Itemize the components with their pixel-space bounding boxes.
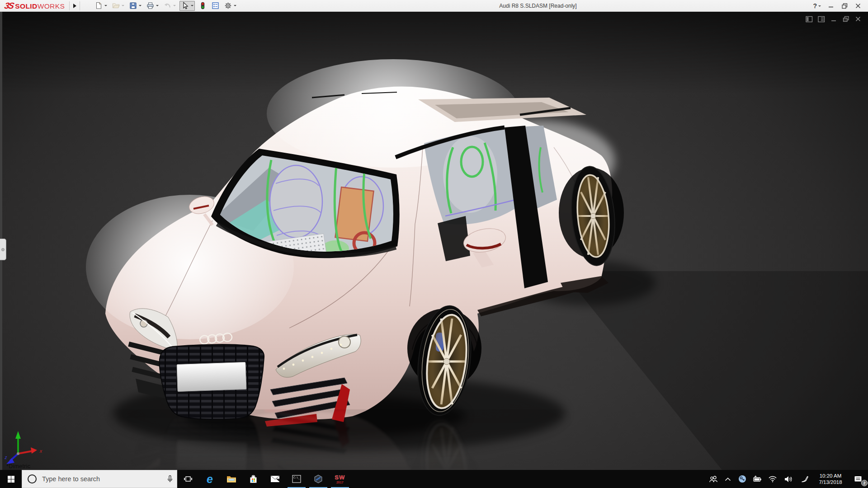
file-properties-group [210, 1, 220, 11]
standard-toolbar [94, 0, 240, 12]
taskbar-icon-solidworks-2017[interactable]: SW 2017 [329, 470, 351, 488]
file-properties-button[interactable] [210, 1, 220, 11]
start-button[interactable] [0, 470, 22, 488]
minimize-icon [828, 3, 834, 9]
open-folder-icon [112, 2, 120, 9]
edrawings-hexagon-icon [314, 474, 323, 483]
new-document-group [94, 1, 108, 11]
select-cursor-icon [181, 2, 189, 9]
feature-manager-collapsed-tab[interactable] [0, 239, 6, 260]
new-document-icon [95, 2, 103, 9]
doc-restore-button[interactable] [841, 15, 850, 23]
save-group [128, 1, 142, 11]
3d-viewport-canvas[interactable] [0, 12, 868, 470]
traffic-light-icon [199, 2, 207, 9]
options-dropdown[interactable] [233, 1, 237, 11]
new-document-dropdown[interactable] [104, 1, 108, 11]
close-icon [855, 16, 861, 22]
task-view-icon [184, 475, 193, 483]
minimize-button[interactable] [825, 0, 837, 12]
print-button[interactable] [145, 1, 155, 11]
3d-viewport[interactable]: x z *Dimetric [0, 12, 868, 470]
close-button[interactable] [852, 0, 864, 12]
power-status-button[interactable] [750, 470, 765, 488]
speaker-icon [784, 475, 793, 483]
pane-left-icon [806, 16, 813, 23]
save-button[interactable] [128, 1, 138, 11]
taskbar-search[interactable] [22, 470, 177, 488]
cortana-icon [28, 474, 37, 483]
options-group [223, 1, 237, 11]
titlebar: 3S SOLID WORKS [0, 0, 868, 12]
taskbar-icon-file-explorer[interactable] [221, 470, 242, 488]
microphone-icon[interactable] [163, 475, 177, 483]
windows-logo-icon [7, 475, 15, 483]
triad-x-label: x [39, 448, 42, 454]
doc-close-button[interactable] [854, 15, 863, 23]
windows-ink-button[interactable] [797, 470, 813, 488]
open-button[interactable] [111, 1, 121, 11]
document-window-controls [805, 15, 863, 23]
pane-right-icon [818, 16, 825, 23]
open-group [111, 1, 125, 11]
help-button[interactable]: ? [810, 0, 824, 12]
gear-icon [224, 2, 232, 9]
people-button[interactable] [705, 470, 721, 488]
restore-icon [843, 16, 849, 22]
properties-list-icon [212, 2, 219, 9]
save-dropdown[interactable] [138, 1, 142, 11]
select-tool-button[interactable] [180, 1, 190, 11]
mail-icon [270, 475, 280, 483]
minimize-icon [830, 16, 837, 22]
solidworks-logo: 3S SOLID WORKS [0, 1, 68, 11]
taskbar-icon-store[interactable] [242, 470, 264, 488]
taskbar-icon-command-prompt[interactable]: C:\_ [286, 470, 307, 488]
action-center-button[interactable]: 2 [848, 470, 868, 488]
undo-group [162, 1, 177, 11]
new-document-button[interactable] [94, 1, 104, 11]
display-pane-button[interactable] [817, 15, 826, 23]
open-dropdown[interactable] [121, 1, 125, 11]
undo-dropdown[interactable] [172, 1, 177, 11]
wifi-icon [768, 475, 777, 483]
feature-pane-button[interactable] [805, 15, 814, 23]
select-dropdown[interactable] [190, 1, 194, 11]
search-input[interactable] [41, 475, 163, 483]
taskbar-clock[interactable]: 10:20 AM 7/13/2018 [813, 470, 848, 488]
task-view-button[interactable] [177, 470, 199, 488]
windows-taskbar: e C:\_ [0, 470, 868, 488]
pen-icon [801, 475, 809, 483]
options-button[interactable] [223, 1, 233, 11]
separator [69, 1, 70, 10]
edge-icon: e [207, 474, 213, 485]
separator [80, 1, 80, 10]
close-icon [855, 3, 861, 9]
doc-minimize-button[interactable] [829, 15, 838, 23]
file-explorer-icon [226, 475, 236, 483]
tray-overflow-button[interactable] [721, 470, 735, 488]
orientation-triad: x z [4, 427, 47, 468]
undo-button[interactable] [162, 1, 172, 11]
select-group [179, 1, 195, 11]
rebuild-button[interactable] [198, 1, 208, 11]
print-dropdown[interactable] [155, 1, 160, 11]
tab-dot-icon [1, 248, 5, 251]
dassault-glyph: 3S [4, 1, 14, 11]
view-orientation-label: *Dimetric [6, 463, 30, 469]
taskbar-icon-edge[interactable]: e [199, 470, 221, 488]
people-icon [709, 475, 717, 483]
print-group [145, 1, 160, 11]
battery-icon [753, 475, 762, 483]
key-app-button[interactable] [735, 470, 750, 488]
window-controls: ? [810, 0, 864, 12]
system-tray: 10:20 AM 7/13/2018 2 [705, 470, 868, 488]
toolbar-flyout-button[interactable] [71, 1, 79, 11]
taskbar-icon-edrawings[interactable] [307, 470, 329, 488]
restore-button[interactable] [838, 0, 851, 12]
volume-button[interactable] [780, 470, 797, 488]
undo-arrow-icon [164, 2, 171, 9]
date-text: 7/13/2018 [819, 479, 842, 485]
key-app-icon [738, 475, 746, 483]
network-button[interactable] [765, 470, 780, 488]
taskbar-icon-mail[interactable] [264, 470, 286, 488]
